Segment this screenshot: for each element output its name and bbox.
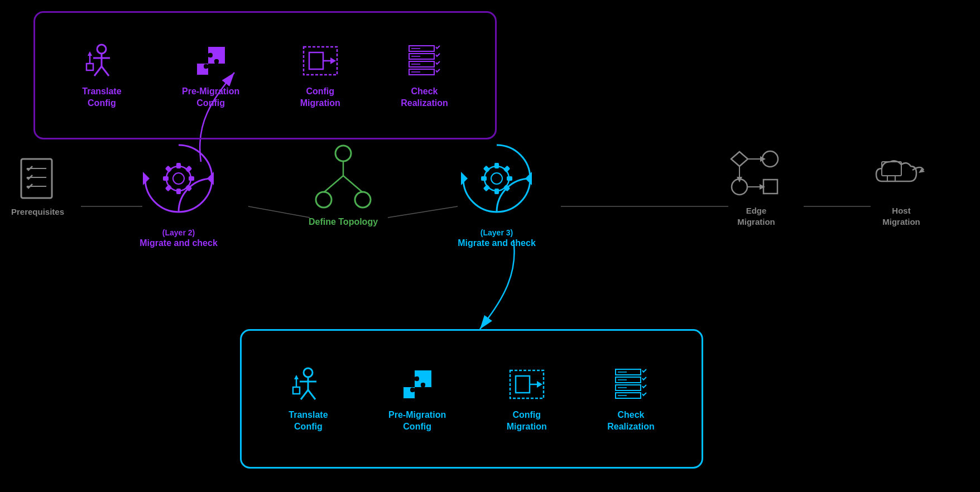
- translate-config-label-purple: Translate Config: [82, 86, 121, 109]
- svg-marker-87: [537, 381, 542, 388]
- translate-config-label-blue: Translate Config: [289, 409, 328, 433]
- check-realization-blue: Check Realization: [607, 365, 654, 433]
- svg-rect-36: [176, 189, 181, 194]
- layer2-item: (Layer 2) Migrate and check: [134, 134, 223, 249]
- svg-rect-55: [481, 176, 487, 181]
- svg-rect-57: [483, 166, 491, 173]
- translate-config-purple: Translate Config: [82, 41, 121, 109]
- svg-line-4: [388, 206, 458, 218]
- svg-line-80: [308, 390, 315, 399]
- translate-config-icon-purple: [82, 41, 121, 80]
- check-realization-label-blue: Check Realization: [607, 409, 654, 433]
- layer3-icon: [452, 134, 541, 223]
- edge-migration-icon: [726, 145, 787, 201]
- topology-icon: [307, 139, 379, 212]
- svg-marker-68: [760, 184, 765, 190]
- main-container: Translate Config Pre-Migration Config: [0, 0, 980, 492]
- svg-rect-16: [309, 52, 323, 69]
- topology-item: Define Topology: [307, 139, 379, 228]
- svg-marker-83: [294, 375, 299, 379]
- svg-marker-61: [731, 152, 748, 166]
- svg-line-10: [94, 66, 102, 76]
- config-migration-label-blue: Config Migration: [507, 409, 547, 433]
- svg-rect-35: [176, 163, 181, 168]
- svg-point-52: [491, 173, 502, 184]
- svg-rect-37: [163, 176, 169, 181]
- config-migration-icon-purple: [301, 41, 340, 80]
- svg-point-47: [316, 192, 332, 208]
- config-migration-purple: Config Migration: [300, 41, 340, 109]
- prerequisites-icon: [16, 156, 60, 201]
- layer3-item: (Layer 3) Migrate and check: [452, 134, 541, 249]
- svg-point-76: [304, 368, 313, 377]
- layer2-label: (Layer 2) Migrate and check: [140, 228, 218, 249]
- pre-migration-config-blue: Pre-Migration Config: [388, 365, 446, 433]
- edge-migration-label: Edge Migration: [737, 205, 775, 227]
- purple-workflow-box: Translate Config Pre-Migration Config: [33, 11, 497, 139]
- svg-point-7: [97, 45, 106, 54]
- svg-line-79: [301, 390, 308, 399]
- svg-marker-32: [207, 172, 214, 185]
- layer3-label: (Layer 3) Migrate and check: [458, 228, 536, 249]
- svg-rect-40: [185, 166, 193, 173]
- config-migration-icon-blue: [507, 365, 546, 404]
- svg-rect-54: [494, 189, 499, 194]
- prerequisites-item: Prerequisites: [11, 156, 64, 218]
- svg-rect-38: [189, 176, 194, 181]
- svg-rect-41: [165, 185, 172, 192]
- svg-line-11: [102, 66, 109, 76]
- check-realization-label-purple: Check Realization: [401, 86, 448, 109]
- pre-migration-config-purple: Pre-Migration Config: [182, 41, 239, 109]
- svg-rect-53: [494, 163, 499, 168]
- check-realization-icon-purple: [405, 41, 444, 80]
- host-migration-item: Host Migration: [871, 145, 932, 227]
- pre-migration-label-blue: Pre-Migration Config: [388, 409, 446, 433]
- svg-line-3: [248, 206, 310, 218]
- pre-migration-label-purple: Pre-Migration Config: [182, 86, 239, 109]
- svg-line-45: [324, 176, 343, 192]
- svg-marker-50: [525, 172, 532, 185]
- host-migration-label: Host Migration: [882, 205, 920, 227]
- svg-rect-27: [21, 159, 52, 198]
- svg-rect-59: [483, 185, 491, 192]
- svg-line-46: [343, 176, 363, 192]
- svg-marker-14: [88, 51, 92, 56]
- config-migration-blue: Config Migration: [507, 365, 547, 433]
- svg-rect-66: [763, 180, 777, 194]
- svg-rect-85: [516, 376, 530, 393]
- svg-rect-39: [165, 166, 172, 173]
- edge-migration-item: Edge Migration: [726, 145, 787, 227]
- translate-config-icon-blue: [289, 365, 328, 404]
- svg-rect-58: [503, 166, 511, 173]
- pre-migration-icon-blue: [398, 365, 437, 404]
- svg-marker-18: [330, 57, 336, 64]
- layer2-icon: [134, 134, 223, 223]
- config-migration-label-purple: Config Migration: [300, 86, 340, 109]
- svg-point-34: [173, 173, 184, 184]
- pre-migration-icon-purple: [191, 41, 230, 80]
- blue-workflow-box: Translate Config Pre-Migration Config: [240, 329, 703, 469]
- host-migration-icon: [871, 145, 932, 201]
- topology-label: Define Topology: [309, 216, 378, 228]
- svg-rect-81: [293, 387, 300, 394]
- translate-config-blue: Translate Config: [289, 365, 328, 433]
- svg-rect-12: [87, 64, 93, 70]
- svg-point-48: [355, 192, 371, 208]
- svg-rect-56: [507, 176, 512, 181]
- check-realization-icon-blue: [611, 365, 650, 404]
- svg-point-43: [335, 146, 351, 161]
- prerequisites-label: Prerequisites: [11, 206, 64, 218]
- check-realization-purple: Check Realization: [401, 41, 448, 109]
